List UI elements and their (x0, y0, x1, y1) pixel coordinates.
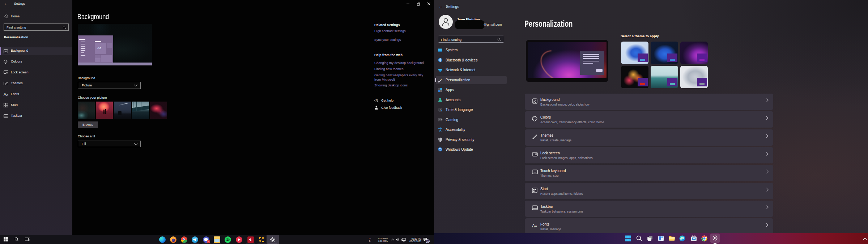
svg-text:A: A (532, 223, 535, 228)
svg-text:?: ? (375, 99, 377, 102)
svg-text:A: A (535, 224, 537, 228)
